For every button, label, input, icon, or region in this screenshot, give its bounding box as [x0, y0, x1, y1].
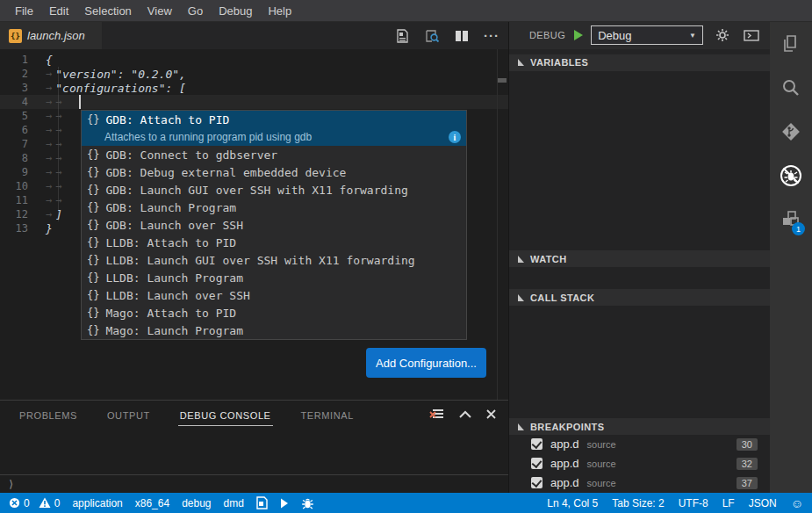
clear-console-icon[interactable]	[429, 408, 444, 421]
debug-console-toggle-icon[interactable]	[744, 30, 759, 41]
watch-section-header[interactable]: WATCH	[509, 250, 770, 267]
configure-gear-icon[interactable]	[715, 28, 729, 42]
document-grid-icon[interactable]	[394, 28, 410, 44]
more-actions-icon[interactable]: ···	[484, 28, 499, 44]
suggest-item[interactable]: {} LLDB: Launch GUI over SSH with X11 fo…	[82, 251, 466, 269]
selected-configuration: Debug	[598, 29, 631, 42]
scrollbar-marker[interactable]	[498, 78, 507, 83]
snippet-icon: {}	[87, 289, 99, 301]
json-file-icon: {}	[9, 29, 22, 43]
whitespace-arrows: →→	[46, 194, 65, 206]
menu-item[interactable]: Selection	[76, 4, 139, 18]
menu-item[interactable]: Debug	[211, 4, 260, 18]
suggest-item[interactable]: {} Mago: Launch Program	[82, 322, 466, 339]
suggest-item[interactable]: {} LLDB: Launch Program	[82, 269, 466, 286]
editor-line[interactable]: 1 {	[0, 53, 508, 67]
snippet-icon: {}	[87, 184, 99, 196]
dropdown-arrow-icon: ▼	[689, 32, 696, 40]
language-mode[interactable]: JSON	[749, 497, 777, 509]
debug-console-input[interactable]: ⟩	[0, 474, 508, 493]
tab-size[interactable]: Tab Size: 2	[612, 497, 664, 509]
scrollbar-track	[497, 49, 498, 400]
breakpoints-section-header[interactable]: BREAKPOINTS	[509, 418, 770, 435]
info-icon[interactable]: i	[449, 131, 461, 143]
breakpoint-row[interactable]: app.d source 30	[509, 435, 770, 454]
breakpoint-file: app.d	[550, 476, 579, 489]
build-file-icon[interactable]	[256, 496, 268, 509]
breakpoint-checkbox[interactable]	[531, 477, 543, 488]
snippet-icon: {}	[87, 148, 99, 161]
variables-section-header[interactable]: VARIABLES	[509, 54, 770, 71]
whitespace-arrows: →→	[46, 96, 65, 108]
status-application[interactable]: application	[72, 497, 122, 509]
extensions-icon[interactable]: 1	[770, 198, 812, 242]
menu-item[interactable]: Edit	[41, 4, 76, 18]
menu-item[interactable]: Help	[260, 4, 299, 18]
suggest-item[interactable]: {} GDB: Debug external embedded device	[82, 163, 466, 181]
panel-tab[interactable]: TERMINAL	[299, 405, 356, 426]
encoding[interactable]: UTF-8	[679, 497, 708, 509]
code-editor[interactable]: 1 { 2 → "version": "0.2.0", 3	[0, 49, 508, 400]
editor-line[interactable]: 4 →→	[0, 95, 508, 109]
snippet-icon: {}	[87, 201, 99, 213]
editor-line[interactable]: 2 → "version": "0.2.0",	[0, 67, 508, 81]
editor-actions: ···	[394, 22, 499, 49]
suggest-label: GDB: Launch GUI over SSH with X11 forwar…	[105, 184, 407, 197]
menu-item[interactable]: File	[7, 4, 41, 18]
suggest-item[interactable]: {} LLDB: Attach to PID	[82, 234, 466, 251]
editor-line[interactable]: 3 → "configurations": [	[0, 81, 508, 95]
start-debug-button[interactable]	[572, 29, 584, 41]
breakpoint-file: app.d	[550, 457, 579, 470]
search-icon[interactable]	[770, 66, 812, 110]
status-left: 0 0 application x86_64 debug dmd	[9, 496, 314, 509]
workbench: {} launch.json ···	[0, 22, 812, 493]
suggest-item[interactable]: {} GDB: Launch GUI over SSH with X11 for…	[82, 181, 466, 199]
run-build-icon[interactable]	[280, 498, 289, 509]
feedback-smiley-icon[interactable]: ☺	[791, 497, 803, 509]
extensions-badge: 1	[792, 222, 805, 235]
status-compiler[interactable]: dmd	[224, 497, 244, 509]
problems-status[interactable]: 0 0	[9, 497, 60, 509]
close-panel-icon[interactable]	[486, 409, 496, 419]
debug-icon[interactable]	[770, 154, 812, 198]
section-label: WATCH	[530, 254, 567, 264]
tab-launch-json[interactable]: {} launch.json	[0, 22, 102, 49]
panel-tab[interactable]: DEBUG CONSOLE	[178, 405, 273, 426]
twistie-icon	[517, 256, 524, 263]
breakpoint-checkbox[interactable]	[531, 458, 543, 469]
breakpoint-row[interactable]: app.d source 37	[509, 473, 770, 493]
add-configuration-button[interactable]: Add Configuration...	[366, 348, 486, 378]
suggest-item[interactable]: {} GDB: Connect to gdbserver	[82, 146, 466, 163]
status-build-type[interactable]: debug	[182, 497, 211, 509]
whitespace-arrows: →→	[46, 152, 65, 164]
menu-item[interactable]: Go	[180, 4, 211, 18]
debug-configuration-select[interactable]: Debug ▼	[591, 25, 703, 45]
suggest-label: GDB: Launch over SSH	[105, 219, 243, 232]
cursor-position[interactable]: Ln 4, Col 5	[547, 497, 598, 509]
maximize-panel-icon[interactable]	[459, 410, 471, 418]
suggest-item-selected[interactable]: {} GDB: Attach to PID	[82, 111, 466, 128]
line-number: 8	[0, 152, 39, 164]
suggest-label: GDB: Connect to gdbserver	[105, 148, 277, 162]
status-arch[interactable]: x86_64	[135, 497, 169, 509]
suggest-item[interactable]: {} GDB: Launch over SSH	[82, 216, 466, 234]
panel-tab[interactable]: PROBLEMS	[18, 405, 79, 426]
debug-bug-icon[interactable]	[301, 497, 314, 509]
menu-item[interactable]: View	[140, 4, 180, 18]
source-control-icon[interactable]	[770, 110, 812, 154]
split-editor-icon[interactable]	[454, 28, 470, 44]
breakpoint-file: app.d	[550, 437, 579, 451]
search-preview-icon[interactable]	[424, 28, 440, 44]
error-count: 0	[24, 497, 30, 509]
suggest-item[interactable]: {} LLDB: Launch over SSH	[82, 286, 466, 304]
call-stack-section-header[interactable]: CALL STACK	[509, 289, 770, 306]
breakpoint-row[interactable]: app.d source 32	[509, 454, 770, 473]
breakpoint-checkbox[interactable]	[531, 438, 543, 450]
panel-tab[interactable]: OUTPUT	[105, 405, 152, 426]
eol-sequence[interactable]: LF	[722, 497, 735, 509]
explorer-icon[interactable]	[770, 22, 812, 66]
section-label: BREAKPOINTS	[530, 422, 604, 432]
suggest-item[interactable]: {} Mago: Attach to PID	[82, 304, 466, 322]
suggest-item[interactable]: {} GDB: Launch Program	[82, 199, 466, 216]
suggest-label: LLDB: Attach to PID	[105, 236, 236, 249]
